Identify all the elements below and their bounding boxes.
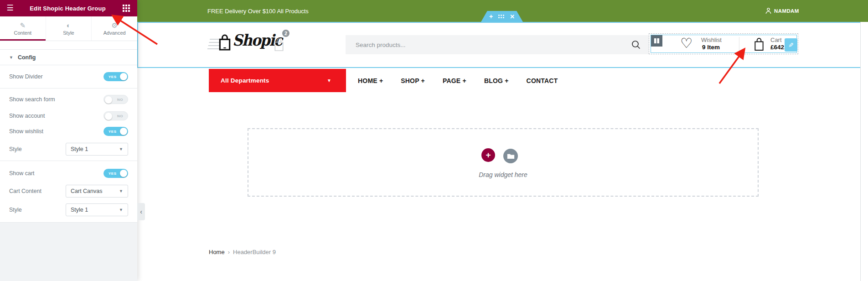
chevron-left-icon: ‹: [140, 208, 142, 215]
nav-item-page[interactable]: PAGE +: [443, 77, 466, 84]
chevron-down-icon: ▼: [327, 78, 331, 83]
widgets-grid-icon[interactable]: [115, 5, 137, 12]
section-handle[interactable]: + ✕: [481, 11, 523, 22]
cart-content-select[interactable]: Cart Canvas ▼: [66, 185, 128, 198]
control-label: Show Divider: [9, 73, 43, 80]
hamburger-menu-icon[interactable]: ☰: [0, 0, 20, 16]
control-show-account: Show account NO: [9, 109, 128, 122]
edit-widget-button[interactable]: ✎: [785, 38, 797, 52]
chevron-down-icon: ▼: [9, 55, 13, 60]
add-widget-button[interactable]: +: [481, 148, 495, 162]
drag-widget-hint: Drag widget here: [248, 171, 759, 178]
nav-item-home[interactable]: HOME +: [358, 77, 383, 84]
elementor-editor: ☰ Edit Shopic Header Group ✎ Content ◐ S…: [0, 0, 868, 281]
show-cart-toggle[interactable]: YES: [103, 169, 128, 178]
show-wishlist-toggle[interactable]: YES: [103, 127, 128, 136]
select-value: Style 1: [71, 207, 88, 213]
toggle-knob: [105, 96, 112, 104]
cart-label[interactable]: Cart: [770, 36, 782, 43]
elementor-panel: ☰ Edit Shopic Header Group ✎ Content ◐ S…: [0, 0, 137, 281]
search-input[interactable]: [346, 35, 649, 54]
delete-section-icon[interactable]: ✕: [510, 14, 515, 20]
cart-bag-icon[interactable]: [753, 36, 765, 52]
pencil-icon: ✎: [20, 22, 26, 29]
breadcrumb-current: HeaderBuilder 9: [233, 249, 276, 255]
wishlist-label[interactable]: Wishlist: [701, 36, 722, 43]
toggle-value: YES: [108, 130, 117, 134]
show-search-form-toggle[interactable]: NO: [103, 95, 128, 104]
breadcrumb-home[interactable]: Home: [209, 249, 225, 255]
all-departments-button[interactable]: All Departments ▼: [209, 69, 346, 92]
toggle-value: NO: [117, 114, 123, 118]
nav-item-shop[interactable]: SHOP +: [401, 77, 425, 84]
account-link[interactable]: NAMDAM: [765, 0, 799, 22]
control-label: Show search form: [9, 96, 55, 103]
chevron-down-icon: ▼: [119, 147, 123, 151]
tab-content[interactable]: ✎ Content: [0, 16, 46, 41]
section-border-left: [137, 22, 138, 68]
toggle-value: NO: [117, 98, 123, 102]
half-circle-icon: ◐: [67, 22, 71, 29]
chevron-down-icon: ▼: [119, 208, 123, 212]
column-icon: [654, 38, 660, 44]
breadcrumb-separator: ›: [228, 249, 230, 255]
grid-icon: [123, 5, 130, 12]
panel-title: Edit Shopic Header Group: [20, 5, 115, 12]
section-border-bottom: [137, 67, 860, 68]
panel-header: ☰ Edit Shopic Header Group: [0, 0, 137, 16]
control-show-wishlist: Show wishlist YES: [9, 125, 128, 138]
promo-message: FREE Delivery Over $100 All Products: [207, 0, 309, 22]
control-cart-content: Cart Content Cart Canvas ▼: [9, 185, 128, 198]
control-show-divider: Show Divider YES: [9, 70, 128, 83]
toggle-knob: [120, 128, 127, 135]
show-divider-toggle[interactable]: YES: [103, 72, 128, 81]
drag-widget-zone[interactable]: [248, 128, 759, 197]
account-name: NAMDAM: [774, 8, 799, 14]
tab-style-label: Style: [63, 30, 74, 36]
folder-icon: [507, 153, 515, 159]
panel-collapse-button[interactable]: ‹: [137, 203, 145, 220]
add-template-button[interactable]: [503, 149, 518, 163]
wishlist-count[interactable]: 9 Item: [702, 44, 720, 51]
cart-style-select[interactable]: Style 1 ▼: [66, 203, 128, 216]
wishlist-style-select[interactable]: Style 1 ▼: [66, 143, 128, 156]
section-border-top: [137, 22, 860, 23]
panel-tabs: ✎ Content ◐ Style ⚙ Advanced: [0, 16, 137, 41]
main-nav: HOME + SHOP + PAGE + BLOG + CONTACT: [358, 69, 558, 92]
control-label: Show account: [9, 113, 45, 119]
panel-footer: [0, 222, 137, 281]
control-label: Style: [9, 207, 22, 213]
tab-advanced[interactable]: ⚙ Advanced: [92, 16, 137, 41]
control-wishlist-style: Style Style 1 ▼: [9, 143, 128, 156]
wishlist-cart-divider: [739, 37, 739, 51]
nav-item-blog[interactable]: BLOG +: [484, 77, 509, 84]
config-section-title: Config: [18, 54, 36, 61]
wishlist-heart-icon[interactable]: ♡: [680, 36, 692, 51]
config-section-header[interactable]: ▼ Config: [0, 49, 137, 65]
control-label: Style: [9, 146, 22, 152]
nav-item-contact[interactable]: CONTACT: [527, 77, 558, 84]
search-icon[interactable]: [631, 40, 641, 50]
gear-icon: ⚙: [111, 22, 117, 29]
logo-ghost-bag-icon: [273, 36, 285, 53]
control-cart-style: Style Style 1 ▼: [9, 203, 128, 216]
person-icon: [765, 8, 771, 14]
pencil-icon: ✎: [788, 42, 794, 49]
tab-style[interactable]: ◐ Style: [46, 16, 92, 41]
select-value: Cart Canvas: [71, 188, 102, 194]
breadcrumb: Home › HeaderBuilder 9: [209, 249, 276, 255]
toggle-knob: [120, 73, 127, 80]
toggle-value: YES: [108, 75, 117, 79]
column-handle[interactable]: [651, 35, 662, 47]
control-label: Show wishlist: [9, 128, 43, 135]
show-account-toggle[interactable]: NO: [103, 111, 128, 120]
logo-bag-icon: [217, 33, 232, 52]
select-value: Style 1: [71, 146, 88, 152]
control-label: Cart Content: [9, 188, 41, 194]
toggle-value: YES: [108, 172, 117, 176]
preview-scroll-edge: [860, 22, 861, 281]
control-label: Show cart: [9, 170, 35, 177]
drag-section-icon[interactable]: [498, 15, 504, 18]
add-section-icon[interactable]: +: [489, 13, 493, 20]
chevron-down-icon: ▼: [119, 189, 123, 193]
